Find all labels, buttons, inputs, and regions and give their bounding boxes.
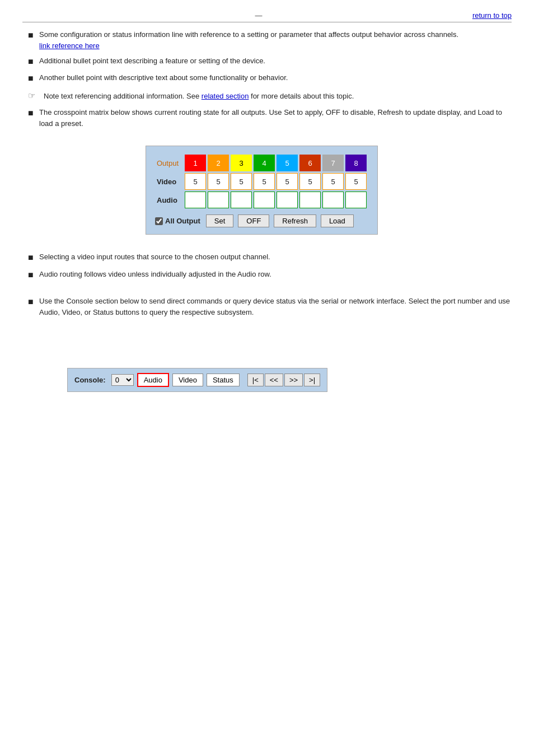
all-output-label: All Output [165, 217, 200, 225]
top-bar-center: — [255, 11, 262, 20]
audio-row-label: Audio [157, 192, 183, 208]
audio-cell-2[interactable] [208, 192, 229, 208]
all-output-checkbox[interactable] [155, 217, 163, 225]
console-nav-last[interactable]: >| [304, 374, 320, 386]
crosspoint-table: Output 1 2 3 4 5 6 7 8 Video 5 5 5 5 [155, 153, 368, 210]
bullet-text-1: Some configuration or status information… [39, 29, 458, 51]
console-status-button[interactable]: Status [207, 374, 240, 386]
output-col-8: 8 [345, 155, 367, 171]
section-bullet1: ■ Some configuration or status informati… [22, 29, 512, 85]
output-col-6: 6 [299, 155, 321, 171]
bullet-text-3: Another bullet point with descriptive te… [39, 72, 288, 83]
audio-cell-8[interactable] [345, 192, 367, 208]
output-col-7: 7 [322, 155, 344, 171]
section-bullet4: ■ The crosspoint matrix below shows curr… [22, 107, 512, 129]
bullet-text-2: Additional bullet point text describing … [39, 55, 265, 67]
bullet-item-5: ■ Selecting a video input routes that so… [28, 251, 512, 264]
video-cell-5[interactable]: 5 [277, 173, 298, 190]
bullet-icon-3: ■ [28, 72, 36, 85]
top-bar: — return to top [22, 11, 512, 22]
output-col-4: 4 [254, 155, 275, 171]
bullet-icon-2: ■ [28, 55, 36, 68]
bullet-item-4: ■ The crosspoint matrix below shows curr… [28, 107, 512, 129]
video-cell-7[interactable]: 5 [322, 173, 344, 190]
audio-cell-7[interactable] [322, 192, 344, 208]
bullet-item-1: ■ Some configuration or status informati… [28, 29, 512, 51]
console-port-select[interactable]: 0 1 2 3 [111, 374, 134, 386]
video-cell-4[interactable]: 5 [254, 173, 275, 190]
bullet-icon-4: ■ [28, 107, 36, 119]
output-col-2: 2 [208, 155, 229, 171]
audio-row: Audio [157, 192, 367, 208]
bullet-icon-5: ■ [28, 251, 36, 264]
audio-cell-4[interactable] [254, 192, 275, 208]
crosspoint-section: Output 1 2 3 4 5 6 7 8 Video 5 5 5 5 [78, 137, 512, 244]
video-cell-6[interactable]: 5 [299, 173, 321, 190]
refresh-button[interactable]: Refresh [274, 214, 316, 227]
bullet-item-2: ■ Additional bullet point text describin… [28, 55, 512, 68]
console-section: Console: 0 1 2 3 Audio Video Status |< <… [45, 357, 512, 392]
note-link[interactable]: related section [202, 92, 249, 100]
console-nav-group: |< << >> >| [247, 374, 320, 386]
video-cell-1[interactable]: 5 [185, 173, 206, 190]
bullet-icon-6: ■ [28, 269, 36, 281]
return-to-top-link[interactable]: return to top [472, 11, 512, 20]
audio-cell-5[interactable] [277, 192, 298, 208]
video-row: Video 5 5 5 5 5 5 5 5 [157, 173, 367, 190]
bullet-item-6: ■ Audio routing follows video unless ind… [28, 269, 512, 281]
output-col-3: 3 [231, 155, 252, 171]
section-after-crosspoint: ■ Selecting a video input routes that so… [22, 251, 512, 281]
set-button[interactable]: Set [206, 214, 234, 227]
video-cell-2[interactable]: 5 [208, 173, 229, 190]
load-button[interactable]: Load [321, 214, 354, 227]
audio-cell-6[interactable] [299, 192, 321, 208]
output-col-5: 5 [277, 155, 298, 171]
output-header-label: Output [157, 155, 183, 171]
bullet-item-3: ■ Another bullet point with descriptive … [28, 72, 512, 85]
video-cell-8[interactable]: 5 [345, 173, 367, 190]
console-video-button[interactable]: Video [172, 374, 203, 386]
bullet-text-5: Selecting a video input routes that sour… [39, 251, 270, 263]
note-row: ☞ Note text referencing additional infor… [28, 91, 512, 102]
section-bullet-last: ■ Use the Console section below to send … [22, 296, 512, 318]
audio-cell-1[interactable] [185, 192, 206, 208]
all-output-checkbox-group: All Output [155, 217, 200, 225]
bullet-item-last: ■ Use the Console section below to send … [28, 296, 512, 318]
crosspoint-controls: All Output Set OFF Refresh Load [155, 214, 368, 227]
console-nav-first[interactable]: |< [247, 374, 264, 386]
bullet-text-6: Audio routing follows video unless indiv… [39, 269, 271, 280]
bullet-icon-last: ■ [28, 296, 36, 308]
bullet1-link[interactable]: link reference here [39, 41, 100, 50]
console-label: Console: [74, 376, 106, 384]
output-col-1: 1 [185, 155, 206, 171]
bullet-text-last: Use the Console section below to send di… [39, 296, 512, 318]
note-icon: ☞ [28, 91, 39, 101]
bullet-text-4: The crosspoint matrix below shows curren… [39, 107, 512, 129]
audio-cell-3[interactable] [231, 192, 252, 208]
console-container: Console: 0 1 2 3 Audio Video Status |< <… [67, 368, 327, 392]
console-audio-button[interactable]: Audio [137, 373, 169, 387]
bullet-icon-1: ■ [28, 29, 36, 41]
video-cell-3[interactable]: 5 [231, 173, 252, 190]
console-nav-next[interactable]: >> [284, 374, 303, 386]
video-row-label: Video [157, 173, 183, 190]
crosspoint-container: Output 1 2 3 4 5 6 7 8 Video 5 5 5 5 [146, 146, 378, 235]
note-text: Note text referencing additional informa… [44, 91, 354, 102]
console-nav-prev[interactable]: << [265, 374, 283, 386]
off-button[interactable]: OFF [238, 214, 269, 227]
